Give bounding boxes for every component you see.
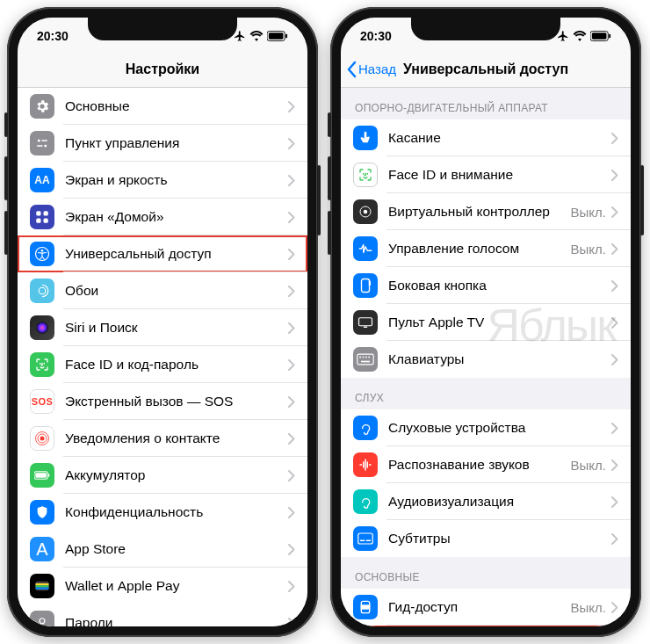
accessibility-list[interactable]: ОПОРНО-ДВИГАТЕЛЬНЫЙ АППАРАТКасаниеFace I…: [341, 88, 631, 626]
side-button[interactable]: [317, 165, 321, 235]
siri-icon: [30, 315, 54, 340]
row-virtctrl[interactable]: Виртуальный контроллерВыкл.: [341, 193, 631, 230]
chevron-right-icon: [611, 317, 618, 329]
volume-down-button[interactable]: [4, 211, 8, 255]
row-faceid2[interactable]: Face ID и внимание: [341, 156, 631, 193]
row-siri[interactable]: Siri и Поиск: [18, 309, 307, 346]
battery-icon: [590, 31, 611, 41]
svg-rect-2: [285, 34, 287, 39]
screen-right: 20:30 Назад Универсальный доступ ОПОРНО-…: [341, 18, 631, 626]
display-icon: AA: [30, 168, 54, 192]
row-label: Управление голосом: [388, 241, 571, 257]
chevron-right-icon: [288, 322, 295, 334]
svg-rect-23: [36, 585, 49, 587]
row-label: Субтитры: [388, 531, 611, 546]
svg-point-12: [41, 250, 44, 252]
row-wall[interactable]: Обои: [18, 272, 307, 309]
row-general[interactable]: Основные: [18, 88, 307, 125]
row-label: Siri и Поиск: [65, 320, 288, 336]
row-subtitles[interactable]: Субтитры: [341, 520, 631, 557]
svg-point-25: [40, 619, 45, 624]
row-label: Экстренный вызов — SOS: [65, 394, 288, 409]
row-label: Виртуальный контроллер: [388, 204, 571, 220]
svg-rect-41: [368, 357, 370, 358]
wall-icon: [30, 279, 54, 303]
row-recog[interactable]: Распознавание звуковВыкл.: [341, 446, 631, 483]
chevron-right-icon: [611, 243, 618, 255]
row-label: Face ID и код-пароль: [65, 357, 288, 373]
svg-rect-6: [37, 145, 43, 147]
row-label: Обои: [65, 283, 288, 299]
row-label: Wallet и Apple Pay: [65, 578, 288, 594]
guided-icon: [353, 595, 378, 619]
recog-icon: [353, 452, 378, 477]
row-appletv[interactable]: Пульт Apple TV: [341, 304, 631, 341]
row-sos[interactable]: SOSЭкстренный вызов — SOS: [18, 383, 307, 420]
settings-group: Слуховые устройстваРаспознавание звуковВ…: [341, 409, 631, 557]
row-access[interactable]: Универсальный доступ: [18, 235, 307, 272]
mute-switch[interactable]: [4, 112, 8, 137]
back-button[interactable]: Назад: [346, 51, 396, 87]
settings-group: КасаниеFace ID и вниманиеВиртуальный кон…: [341, 119, 631, 378]
settings-group: ПаролиПочтаКонтакты: [18, 604, 307, 626]
row-passwords[interactable]: Пароли: [18, 604, 307, 626]
row-audiovis[interactable]: Аудиовизуализация: [341, 483, 631, 520]
chevron-right-icon: [288, 396, 295, 408]
row-battery[interactable]: Аккумулятор: [18, 457, 307, 494]
settings-list[interactable]: ОсновныеПункт управленияAAЭкран и яркост…: [18, 88, 307, 626]
chevron-right-icon: [288, 618, 295, 627]
settings-group: ОсновныеПункт управленияAAЭкран и яркост…: [18, 88, 307, 531]
row-guided[interactable]: Гид-доступВыкл.: [341, 589, 631, 626]
section-header: СЛУХ: [341, 378, 631, 409]
row-wallet[interactable]: Wallet и Apple Pay: [18, 568, 307, 604]
mute-switch[interactable]: [328, 112, 331, 137]
chevron-right-icon: [288, 101, 295, 112]
row-label: Аккумулятор: [65, 467, 288, 483]
battery-icon: [267, 31, 288, 41]
side-button[interactable]: [640, 165, 644, 235]
row-display[interactable]: AAЭкран и яркость: [18, 162, 307, 199]
row-sidebtn[interactable]: Боковая кнопка: [341, 267, 631, 304]
chevron-right-icon: [611, 459, 618, 471]
row-value: Выкл.: [571, 205, 606, 220]
svg-point-31: [364, 210, 368, 214]
row-exposure[interactable]: Уведомления о контакте: [18, 420, 307, 457]
row-label: Слуховые устройства: [388, 420, 611, 436]
chevron-right-icon: [288, 470, 295, 481]
chevron-right-icon: [611, 170, 618, 181]
svg-rect-10: [44, 219, 48, 223]
sos-icon: SOS: [30, 389, 54, 414]
battery-icon: [30, 463, 54, 488]
row-hearing[interactable]: Слуховые устройства: [341, 409, 631, 446]
row-faceid[interactable]: Face ID и код-пароль: [18, 346, 307, 383]
row-privacy[interactable]: Конфиденциальность: [18, 494, 307, 531]
chevron-right-icon: [611, 354, 618, 365]
row-label: Экран «Домой»: [65, 209, 288, 225]
row-voicectrl[interactable]: Управление голосомВыкл.: [341, 230, 631, 267]
chevron-right-icon: [611, 206, 618, 218]
chevron-right-icon: [611, 602, 618, 613]
chevron-right-icon: [288, 175, 295, 186]
audiovis-icon: [353, 489, 378, 514]
airplane-icon: [234, 30, 246, 42]
volume-down-button[interactable]: [328, 211, 331, 255]
row-control[interactable]: Пункт управления: [18, 125, 307, 162]
svg-rect-37: [358, 354, 373, 365]
row-touch[interactable]: Касание: [341, 119, 631, 156]
svg-rect-29: [592, 33, 607, 39]
row-value: Выкл.: [571, 458, 606, 473]
row-label: Распознавание звуков: [388, 457, 571, 473]
row-home[interactable]: Экран «Домой»: [18, 199, 307, 235]
row-keybd[interactable]: Клавиатуры: [341, 341, 631, 378]
row-sirig[interactable]: Siri: [341, 626, 631, 626]
row-label: Уведомления о контакте: [65, 431, 288, 446]
svg-rect-20: [35, 473, 46, 478]
faceid2-icon: [353, 163, 378, 187]
volume-up-button[interactable]: [4, 156, 8, 200]
volume-up-button[interactable]: [328, 156, 331, 200]
page-title: Универсальный доступ: [403, 62, 568, 77]
svg-rect-42: [361, 361, 370, 363]
row-appstore[interactable]: AApp Store: [18, 531, 307, 568]
chevron-right-icon: [611, 423, 618, 434]
settings-group: AApp StoreWallet и Apple Pay: [18, 531, 307, 604]
